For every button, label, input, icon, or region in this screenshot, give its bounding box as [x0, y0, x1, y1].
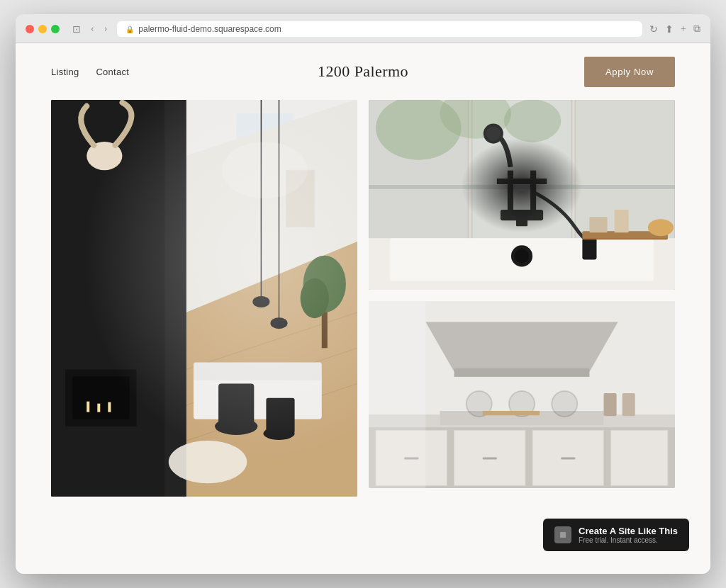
- svg-point-42: [515, 249, 529, 263]
- svg-point-19: [301, 278, 329, 318]
- svg-point-30: [222, 142, 308, 198]
- svg-rect-26: [86, 402, 89, 412]
- svg-point-29: [86, 142, 122, 170]
- kitchen-svg: [369, 301, 675, 488]
- gallery-left: [51, 100, 357, 553]
- svg-point-12: [215, 418, 257, 435]
- new-tab-icon[interactable]: +: [681, 23, 686, 35]
- svg-point-21: [252, 296, 269, 307]
- gallery-right: [369, 100, 675, 515]
- minimize-button[interactable]: [38, 25, 47, 33]
- svg-line-5: [186, 312, 357, 369]
- nav-listing-link[interactable]: Listing: [51, 67, 79, 77]
- svg-rect-3: [236, 113, 293, 142]
- navbar: Listing Contact 1200 Palermo Apply Now: [16, 43, 710, 100]
- badge-title: Create A Site Like This: [579, 526, 678, 536]
- svg-rect-45: [530, 171, 536, 213]
- svg-point-76: [552, 391, 577, 417]
- svg-rect-77: [369, 301, 425, 488]
- svg-marker-8: [186, 100, 357, 312]
- svg-rect-80: [483, 411, 540, 415]
- browser-window: ⊡ ‹ › 🔒 palermo-fluid-demo.squarespace.c…: [16, 14, 710, 574]
- nav-left: Listing Contact: [51, 67, 129, 77]
- svg-point-23: [270, 317, 287, 329]
- svg-rect-1: [165, 100, 186, 497]
- svg-rect-72: [561, 457, 575, 459]
- svg-marker-62: [425, 322, 618, 372]
- site-title: 1200 Palermo: [318, 62, 408, 81]
- svg-marker-4: [186, 242, 357, 497]
- tabs-icon[interactable]: ⧉: [693, 23, 700, 35]
- svg-rect-69: [611, 430, 668, 485]
- svg-rect-24: [65, 369, 136, 426]
- sq-logo-svg: [557, 529, 569, 541]
- svg-point-16: [169, 441, 247, 483]
- lock-icon: 🔒: [125, 26, 134, 33]
- kitchen-image: [369, 301, 675, 488]
- svg-rect-79: [622, 393, 635, 416]
- svg-rect-17: [322, 291, 328, 348]
- svg-line-6: [186, 348, 357, 405]
- browser-actions: ↻ ⬆ + ⧉: [649, 23, 700, 35]
- svg-marker-2: [186, 100, 357, 184]
- svg-rect-51: [516, 212, 527, 226]
- svg-rect-54: [582, 238, 596, 259]
- nav-right: Apply Now: [584, 57, 675, 87]
- svg-rect-59: [369, 100, 675, 238]
- reload-icon[interactable]: ↻: [649, 23, 658, 35]
- svg-rect-15: [266, 398, 294, 434]
- apply-now-button[interactable]: Apply Now: [584, 57, 675, 87]
- svg-rect-11: [194, 362, 322, 380]
- browser-controls: ⊡ ‹ ›: [69, 22, 110, 37]
- squarespace-icon: [554, 526, 571, 543]
- close-button[interactable]: [26, 25, 34, 33]
- share-icon[interactable]: ⬆: [665, 23, 674, 35]
- svg-rect-71: [483, 457, 497, 459]
- svg-rect-44: [508, 171, 513, 213]
- badge-text: Create A Site Like This Free trial. Inst…: [579, 526, 678, 544]
- traffic-lights: [26, 25, 60, 33]
- svg-rect-10: [194, 377, 322, 419]
- svg-rect-27: [97, 404, 100, 412]
- bathroom-svg: [369, 100, 675, 290]
- badge-subtitle: Free trial. Instant access.: [579, 536, 678, 544]
- svg-rect-82: [560, 532, 566, 538]
- living-room-svg: [51, 100, 357, 497]
- website-content: Listing Contact 1200 Palermo Apply Now: [16, 43, 710, 574]
- svg-rect-43: [501, 210, 543, 220]
- browser-chrome: ⊡ ‹ › 🔒 palermo-fluid-demo.squarespace.c…: [16, 14, 710, 43]
- svg-rect-50: [511, 210, 532, 215]
- main-content: [16, 100, 710, 574]
- svg-rect-0: [51, 100, 165, 497]
- sidebar-toggle-icon[interactable]: ⊡: [69, 22, 84, 37]
- svg-point-14: [263, 427, 294, 440]
- address-bar[interactable]: 🔒 palermo-fluid-demo.squarespace.com: [117, 21, 642, 37]
- url-text: palermo-fluid-demo.squarespace.com: [138, 24, 281, 34]
- living-room-image: [51, 100, 357, 497]
- squarespace-badge[interactable]: Create A Site Like This Free trial. Inst…: [543, 519, 689, 551]
- gallery: [51, 100, 675, 553]
- forward-icon[interactable]: ›: [101, 22, 111, 36]
- nav-contact-link[interactable]: Contact: [96, 67, 129, 77]
- svg-rect-9: [286, 170, 315, 227]
- svg-rect-78: [604, 393, 617, 416]
- svg-line-7: [186, 384, 357, 441]
- svg-rect-13: [218, 384, 254, 426]
- back-icon[interactable]: ‹: [88, 22, 97, 36]
- svg-rect-28: [108, 402, 111, 412]
- bathroom-image: [369, 100, 675, 290]
- svg-point-18: [303, 256, 346, 312]
- svg-rect-63: [454, 368, 590, 377]
- maximize-button[interactable]: [51, 25, 60, 33]
- svg-rect-25: [72, 377, 129, 419]
